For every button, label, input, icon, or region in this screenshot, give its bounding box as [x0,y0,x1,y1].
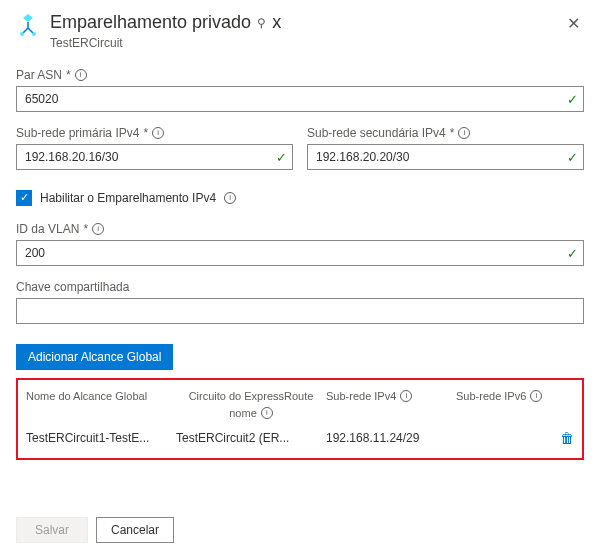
table-row: TestERCircuit1-TestE... TestERCircuit2 (… [26,428,574,448]
info-icon[interactable]: i [92,223,104,235]
pin-icon[interactable]: ⚲ [255,16,268,30]
title-x: x [272,12,281,34]
col-header-circuit: Circuito do ExpressRoute nome i [176,390,326,420]
enable-ipv4-checkbox[interactable]: ✓ [16,190,32,206]
info-icon[interactable]: i [75,69,87,81]
peering-icon [16,12,40,39]
cell-ipv4: 192.168.11.24/29 [326,431,456,445]
shared-key-input[interactable] [16,298,584,324]
info-icon[interactable]: i [400,390,412,402]
info-icon[interactable]: i [458,127,470,139]
par-asn-input[interactable] [16,86,584,112]
subnet-secondary-input[interactable] [307,144,584,170]
svg-point-0 [20,32,24,36]
panel-title: Emparelhamento privado [50,12,251,34]
subnet-secondary-label: Sub-rede secundária IPv4* i [307,126,584,140]
info-icon[interactable]: i [530,390,542,402]
enable-ipv4-label: Habilitar o Emparelhamento IPv4 [40,191,216,205]
info-icon[interactable]: i [261,407,273,419]
cell-name: TestERCircuit1-TestE... [26,431,176,445]
subnet-primary-label: Sub-rede primária IPv4* i [16,126,293,140]
svg-point-1 [32,32,36,36]
delete-icon[interactable]: 🗑 [560,430,574,446]
par-asn-label: Par ASN* i [16,68,584,82]
vlan-id-input[interactable] [16,240,584,266]
panel-subtitle: TestERCircuit [50,36,553,50]
col-header-ipv4: Sub-rede IPv4 i [326,390,456,403]
cell-circuit: TestERCircuit2 (ER... [176,431,326,445]
save-button: Salvar [16,517,88,543]
shared-key-label: Chave compartilhada [16,280,584,294]
info-icon[interactable]: i [224,192,236,204]
add-global-reach-button[interactable]: Adicionar Alcance Global [16,344,173,370]
info-icon[interactable]: i [152,127,164,139]
panel-header: Emparelhamento privado ⚲ x TestERCircuit… [16,12,584,50]
col-header-ipv6: Sub-rede IPv6 i [456,390,550,403]
subnet-primary-input[interactable] [16,144,293,170]
close-icon[interactable]: ✕ [563,12,584,36]
vlan-id-label: ID da VLAN* i [16,222,584,236]
cancel-button[interactable]: Cancelar [96,517,174,543]
global-reach-table: Nome do Alcance Global Circuito do Expre… [16,378,584,460]
col-header-name: Nome do Alcance Global [26,390,176,403]
